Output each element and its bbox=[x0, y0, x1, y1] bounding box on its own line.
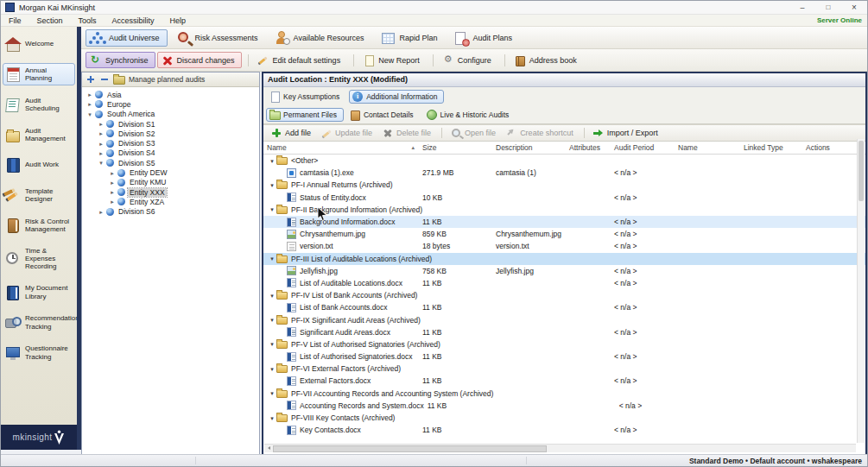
sidebar-item[interactable]: Audit Work bbox=[3, 154, 75, 176]
table-row[interactable]: PF-IX Significant Audit Areas (Archived) bbox=[263, 313, 865, 325]
menu-item[interactable]: Tools bbox=[71, 16, 105, 25]
tree-node[interactable]: Division S4 bbox=[82, 148, 259, 158]
tree-node[interactable]: Division S1 bbox=[82, 119, 259, 129]
table-row[interactable]: Key Contacts.docx 11 KB < n/a > bbox=[263, 424, 865, 436]
expander-icon[interactable] bbox=[108, 189, 117, 195]
sidebar-item[interactable]: Welcome bbox=[3, 33, 75, 55]
expander-icon[interactable] bbox=[268, 182, 276, 188]
ribbon-tab[interactable]: Rapid Plan bbox=[376, 29, 445, 47]
column-header[interactable]: Attributes bbox=[566, 143, 611, 152]
file-toolbar-button[interactable]: Open file bbox=[437, 127, 500, 140]
table-row[interactable]: camtasia (1).exe 271.9 MB camtasia (1) <… bbox=[263, 167, 865, 179]
table-row[interactable]: Chrysanthemum.jpg 859 KB Chrysanthemum.j… bbox=[263, 228, 865, 240]
toolbar-button[interactable]: New Report bbox=[349, 52, 427, 68]
expander-icon[interactable] bbox=[97, 130, 105, 136]
tab[interactable]: Contact Details bbox=[346, 108, 421, 122]
table-row[interactable]: PF-V List of Authorised Signatories (Arc… bbox=[263, 338, 865, 350]
table-row[interactable]: version.txt 18 bytes version.txt < n/a > bbox=[263, 240, 865, 252]
menu-item[interactable]: Section bbox=[29, 16, 71, 25]
tree-node[interactable]: Europe bbox=[82, 99, 259, 109]
table-row[interactable]: List of Authorised Signatories.docx 11 K… bbox=[263, 350, 865, 363]
table-row[interactable]: External Factors.docx 11 KB < n/a > bbox=[263, 375, 865, 387]
toolbar-button[interactable]: Configure bbox=[428, 52, 498, 68]
column-header[interactable]: Linked Type bbox=[740, 143, 802, 152]
toolbar-button[interactable]: Discard changes bbox=[157, 52, 242, 68]
tab[interactable]: Permanent Files bbox=[266, 108, 344, 122]
file-toolbar-button[interactable]: Add file bbox=[267, 127, 315, 140]
toolbar-button[interactable]: Synchronise bbox=[86, 52, 155, 68]
tree-node[interactable]: Entity KMU bbox=[82, 178, 259, 187]
tree-node[interactable]: Division S2 bbox=[82, 129, 259, 138]
expander-icon[interactable] bbox=[268, 256, 276, 262]
tree-node[interactable]: South America bbox=[82, 110, 259, 119]
horizontal-scrollbar[interactable] bbox=[264, 444, 856, 452]
sidebar-item[interactable]: Risk & Control Management bbox=[3, 214, 75, 237]
column-header[interactable]: Name bbox=[263, 143, 419, 152]
expander-icon[interactable] bbox=[268, 293, 276, 299]
sidebar-item[interactable]: Questionnaire Tracking bbox=[3, 342, 75, 364]
tree-node[interactable]: Division S6 bbox=[82, 207, 259, 217]
expander-icon[interactable] bbox=[268, 158, 276, 164]
table-row[interactable]: PF-VI External Factors (Archived) bbox=[263, 363, 865, 375]
expander-icon[interactable] bbox=[97, 209, 105, 215]
add-audit-button[interactable] bbox=[86, 74, 96, 85]
tree-node[interactable]: Entity DEW bbox=[82, 167, 259, 177]
ribbon-tab[interactable]: Audit Universe bbox=[86, 29, 168, 47]
table-row[interactable]: PF-VII Accounting Records and Accounting… bbox=[263, 388, 865, 400]
sidebar-item[interactable]: Recommendation Tracking bbox=[3, 312, 75, 334]
sidebar-item[interactable]: My Document Library bbox=[3, 281, 75, 304]
sidebar-item[interactable]: Annual Planning bbox=[3, 63, 75, 85]
tab[interactable]: Additional Information bbox=[349, 90, 444, 104]
table-row[interactable]: <Other> bbox=[263, 155, 865, 167]
column-header[interactable]: Audit Period bbox=[611, 143, 675, 152]
expander-icon[interactable] bbox=[268, 341, 276, 347]
tree-node[interactable]: Entity XZA bbox=[82, 197, 259, 206]
tree-node[interactable]: Division S3 bbox=[82, 138, 259, 148]
file-toolbar-button[interactable]: Import / Export bbox=[580, 127, 662, 140]
scroll-left-arrow[interactable] bbox=[264, 445, 272, 452]
expander-icon[interactable] bbox=[108, 180, 117, 186]
scrollbar-thumb[interactable] bbox=[273, 445, 547, 452]
tree-node[interactable]: Asia bbox=[82, 90, 259, 99]
table-row[interactable]: PF-VIII Key Contacts (Archived) bbox=[263, 412, 865, 424]
expander-icon[interactable] bbox=[97, 141, 105, 147]
ribbon-tab[interactable]: Available Resources bbox=[270, 29, 372, 47]
table-row[interactable]: Background Information.docx 11 KB < n/a … bbox=[263, 216, 865, 228]
sidebar-item[interactable]: Time & Expenses Recording bbox=[3, 244, 75, 274]
file-toolbar-button[interactable]: Delete file bbox=[378, 127, 435, 140]
file-toolbar-button[interactable]: Update file bbox=[317, 127, 377, 140]
table-row[interactable]: Status of Entity.docx 10 KB < n/a > bbox=[263, 192, 865, 204]
file-toolbar-button[interactable]: Create shortcut bbox=[502, 127, 578, 140]
sidebar-item[interactable]: Audit Management bbox=[3, 123, 75, 146]
expander-icon[interactable] bbox=[268, 390, 276, 396]
toolbar-button[interactable]: Address book bbox=[500, 52, 584, 68]
expander-icon[interactable] bbox=[268, 415, 276, 421]
table-row[interactable]: PF-I Annual Returns (Archived) bbox=[263, 179, 865, 191]
table-row[interactable]: PF-IV List of Bank Accounts (Archived) bbox=[263, 289, 865, 301]
column-header[interactable]: Name bbox=[675, 143, 740, 152]
menu-item[interactable]: Help bbox=[162, 16, 194, 25]
menu-item[interactable]: File bbox=[1, 16, 29, 25]
table-row[interactable]: Jellyfish.jpg 758 KB Jellyfish.jpg < n/a… bbox=[263, 265, 865, 277]
maximize-button[interactable] bbox=[815, 1, 841, 14]
expander-icon[interactable] bbox=[97, 121, 105, 127]
menu-item[interactable]: Accessibility bbox=[105, 16, 162, 25]
scrollbar-thumb[interactable] bbox=[858, 141, 864, 201]
tab[interactable]: Live & Historic Audits bbox=[423, 108, 516, 122]
expander-icon[interactable] bbox=[86, 111, 94, 117]
table-row[interactable]: Accounting Records and System.docx 11 KB… bbox=[263, 400, 865, 412]
sidebar-item[interactable]: Audit Scheduling bbox=[3, 93, 75, 116]
table-row[interactable]: List of Bank Accounts.docx 11 KB < n/a > bbox=[263, 301, 865, 313]
tree-node[interactable]: Entity XXX bbox=[82, 187, 259, 197]
table-row[interactable]: PF-II Background Information (Archived) bbox=[263, 204, 865, 216]
expander-icon[interactable] bbox=[268, 366, 276, 372]
expander-icon[interactable] bbox=[86, 92, 94, 98]
expander-icon[interactable] bbox=[108, 170, 117, 176]
close-button[interactable] bbox=[841, 1, 867, 14]
column-header[interactable]: Description bbox=[492, 143, 566, 152]
sidebar-item[interactable]: Template Designer bbox=[3, 184, 75, 206]
expander-icon[interactable] bbox=[268, 206, 276, 212]
tree-node[interactable]: Division S5 bbox=[82, 158, 259, 167]
vertical-scrollbar[interactable] bbox=[857, 139, 865, 443]
expander-icon[interactable] bbox=[86, 101, 94, 107]
